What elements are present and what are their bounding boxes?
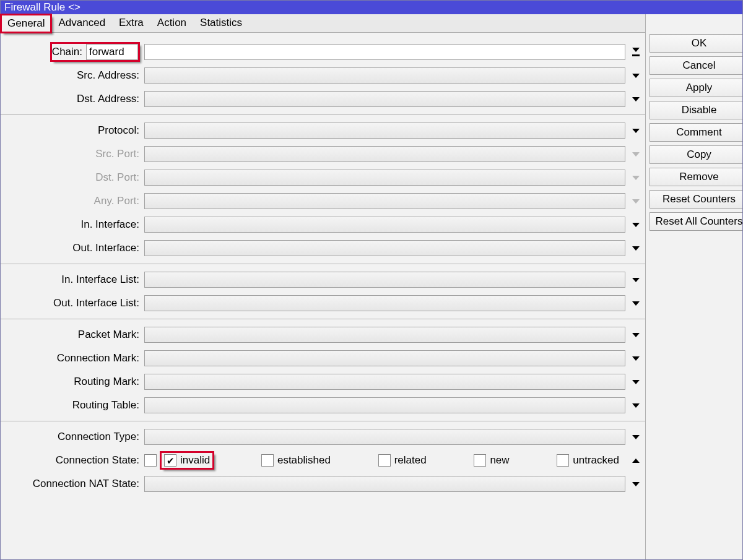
firewall-rule-window: Firewall Rule <> General Advanced Extra … [0, 0, 743, 560]
any-port-input [144, 193, 625, 209]
routing-mark-label: Routing Mark: [1, 376, 144, 388]
packet-mark-expand-icon[interactable] [629, 328, 643, 342]
chain-input[interactable] [86, 44, 138, 60]
state-untracked-checkbox[interactable] [557, 454, 569, 467]
out-interface-input[interactable] [144, 240, 625, 256]
routing-table-expand-icon[interactable] [629, 398, 643, 412]
divider-2 [1, 264, 645, 264]
packet-mark-label: Packet Mark: [1, 329, 144, 341]
dst-port-label: Dst. Port: [1, 171, 144, 184]
tab-advanced[interactable]: Advanced [51, 14, 112, 32]
protocol-input[interactable] [144, 123, 625, 139]
in-interface-expand-icon[interactable] [629, 218, 643, 231]
out-interface-list-label: Out. Interface List: [1, 297, 144, 309]
state-established-group: established [261, 454, 331, 467]
row-routing-mark: Routing Mark: [1, 370, 645, 394]
row-chain: Chain: [1, 40, 645, 64]
state-untracked-label: untracked [573, 454, 619, 467]
window-title: Firewall Rule <> [4, 1, 80, 13]
state-invalid-checkbox[interactable]: ✔ [164, 454, 176, 467]
out-interface-expand-icon[interactable] [629, 241, 643, 255]
ok-button[interactable]: OK [650, 34, 742, 53]
row-packet-mark: Packet Mark: [1, 323, 645, 347]
chain-label: Chain: [52, 46, 82, 58]
dst-address-label: Dst. Address: [1, 93, 144, 105]
window-body: General Advanced Extra Action Statistics… [1, 14, 742, 559]
row-in-interface-list: In. Interface List: [1, 268, 645, 291]
state-invalid-group: ✔ invalid [160, 452, 214, 469]
row-dst-port: Dst. Port: [1, 166, 645, 189]
remove-button[interactable]: Remove [650, 168, 742, 186]
chain-highlight-box: Chain: [51, 43, 139, 61]
disable-button[interactable]: Disable [650, 101, 742, 119]
dst-address-expand-icon[interactable] [629, 92, 643, 106]
state-new-label: new [490, 454, 509, 467]
dst-port-input [144, 170, 625, 186]
src-port-expand-icon [629, 147, 643, 161]
window-titlebar: Firewall Rule <> [1, 1, 742, 14]
in-interface-list-label: In. Interface List: [1, 274, 144, 286]
row-connection-mark: Connection Mark: [1, 347, 645, 370]
comment-button[interactable]: Comment [650, 123, 742, 142]
tab-general[interactable]: General [1, 14, 51, 33]
in-interface-list-expand-icon[interactable] [629, 273, 643, 286]
reset-counters-button[interactable]: Reset Counters [650, 190, 742, 209]
row-routing-table: Routing Table: [1, 394, 645, 417]
label-wrap-chain: Chain: [1, 43, 144, 61]
connection-nat-state-expand-icon[interactable] [629, 477, 643, 491]
row-protocol: Protocol: [1, 119, 645, 142]
dst-port-expand-icon [629, 171, 643, 184]
out-interface-list-input[interactable] [144, 295, 625, 311]
tab-action[interactable]: Action [150, 14, 193, 32]
out-interface-label: Out. Interface: [1, 242, 144, 254]
protocol-label: Protocol: [1, 124, 144, 137]
row-any-port: Any. Port: [1, 189, 645, 213]
connection-mark-input[interactable] [144, 350, 625, 366]
tabs-bar: General Advanced Extra Action Statistics [1, 14, 645, 33]
right-button-panel: OK Cancel Apply Disable Comment Copy Rem… [645, 14, 742, 559]
state-established-checkbox[interactable] [261, 454, 274, 467]
row-connection-nat-state: Connection NAT State: [1, 472, 645, 496]
dst-address-input[interactable] [144, 91, 625, 107]
src-address-expand-icon[interactable] [629, 69, 643, 82]
state-new-checkbox[interactable] [474, 454, 486, 467]
connection-type-input[interactable] [144, 429, 625, 445]
connection-mark-expand-icon[interactable] [629, 351, 643, 365]
src-address-input[interactable] [144, 67, 625, 84]
cancel-button[interactable]: Cancel [650, 56, 742, 75]
routing-mark-expand-icon[interactable] [629, 375, 643, 389]
packet-mark-input[interactable] [144, 327, 625, 343]
protocol-expand-icon[interactable] [629, 124, 643, 137]
connection-state-collapse-icon[interactable] [629, 454, 643, 467]
any-port-expand-icon [629, 194, 643, 208]
tab-extra[interactable]: Extra [112, 14, 150, 32]
row-src-port: Src. Port: [1, 142, 645, 166]
connection-nat-state-input[interactable] [144, 476, 625, 492]
out-interface-list-expand-icon[interactable] [629, 296, 643, 310]
state-related-checkbox[interactable] [378, 454, 391, 467]
divider-1 [1, 114, 645, 115]
reset-all-counters-button[interactable]: Reset All Counters [650, 212, 742, 231]
connection-type-label: Connection Type: [1, 431, 144, 443]
state-new-group: new [474, 454, 509, 467]
divider-4 [1, 421, 645, 421]
chain-input-ext[interactable] [144, 44, 625, 60]
in-interface-input[interactable] [144, 217, 625, 233]
state-related-group: related [378, 454, 427, 467]
tab-statistics[interactable]: Statistics [193, 14, 249, 32]
state-untracked-group: untracked [557, 454, 619, 467]
connection-state-negate-checkbox[interactable] [144, 454, 157, 467]
src-address-label: Src. Address: [1, 69, 144, 82]
src-port-input [144, 146, 625, 162]
connection-type-expand-icon[interactable] [629, 430, 643, 444]
routing-mark-input[interactable] [144, 374, 625, 390]
state-established-label: established [277, 454, 331, 467]
in-interface-list-input[interactable] [144, 272, 625, 288]
routing-table-input[interactable] [144, 397, 625, 413]
apply-button[interactable]: Apply [650, 79, 742, 97]
copy-button[interactable]: Copy [650, 145, 742, 164]
state-invalid-label: invalid [180, 454, 210, 467]
connection-mark-label: Connection Mark: [1, 352, 144, 364]
chain-dropdown-icon[interactable] [629, 45, 643, 59]
src-port-label: Src. Port: [1, 148, 144, 160]
